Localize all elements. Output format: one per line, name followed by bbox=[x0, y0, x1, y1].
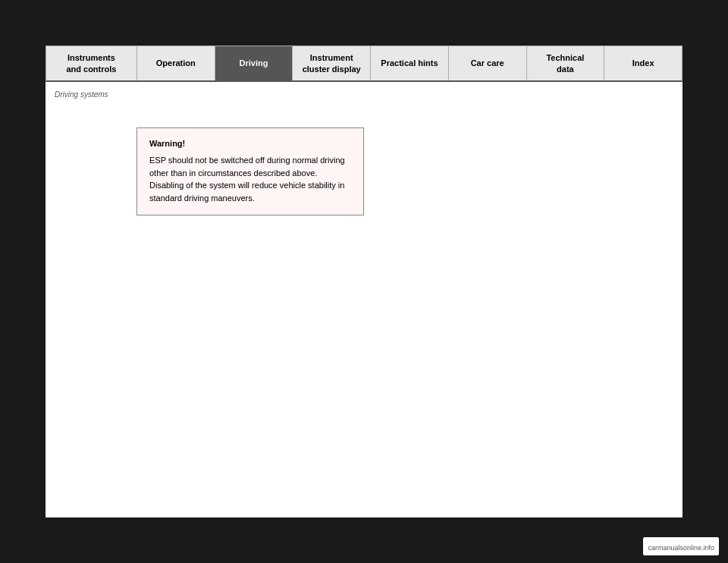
nav-item-practical-hints[interactable]: Practical hints bbox=[371, 46, 449, 80]
breadcrumb-area: Driving systems bbox=[46, 82, 682, 105]
navigation-bar: Instruments and controls Operation Drivi… bbox=[46, 46, 682, 82]
main-content: Warning! ESP should not be switched off … bbox=[46, 105, 682, 231]
nav-label-operation: Operation bbox=[156, 58, 196, 68]
breadcrumb-text: Driving systems bbox=[55, 90, 108, 99]
nav-item-driving[interactable]: Driving bbox=[215, 46, 293, 80]
nav-item-instruments[interactable]: Instruments and controls bbox=[46, 46, 137, 80]
nav-label-technical-data: Technical data bbox=[546, 52, 584, 74]
nav-label-index: Index bbox=[632, 58, 654, 68]
warning-box: Warning! ESP should not be switched off … bbox=[136, 127, 364, 215]
nav-item-operation[interactable]: Operation bbox=[137, 46, 215, 80]
warning-body: ESP should not be switched off during no… bbox=[149, 154, 351, 204]
nav-item-index[interactable]: Index bbox=[604, 46, 682, 80]
nav-label-practical-hints: Practical hints bbox=[381, 58, 438, 68]
nav-item-car-care[interactable]: Car care bbox=[449, 46, 527, 80]
watermark-text: carmanualsonline.info bbox=[648, 544, 714, 552]
nav-label-driving: Driving bbox=[240, 58, 268, 68]
page-content: Instruments and controls Operation Drivi… bbox=[46, 46, 682, 517]
nav-item-instrument-cluster[interactable]: Instrument cluster display bbox=[293, 46, 371, 80]
nav-item-technical-data[interactable]: Technical data bbox=[527, 46, 605, 80]
nav-label-instruments: Instruments and controls bbox=[66, 52, 116, 74]
nav-label-car-care: Car care bbox=[471, 58, 504, 68]
warning-title: Warning! bbox=[149, 139, 351, 148]
watermark-container: carmanualsonline.info bbox=[643, 537, 719, 555]
nav-label-instrument-cluster: Instrument cluster display bbox=[303, 52, 361, 74]
